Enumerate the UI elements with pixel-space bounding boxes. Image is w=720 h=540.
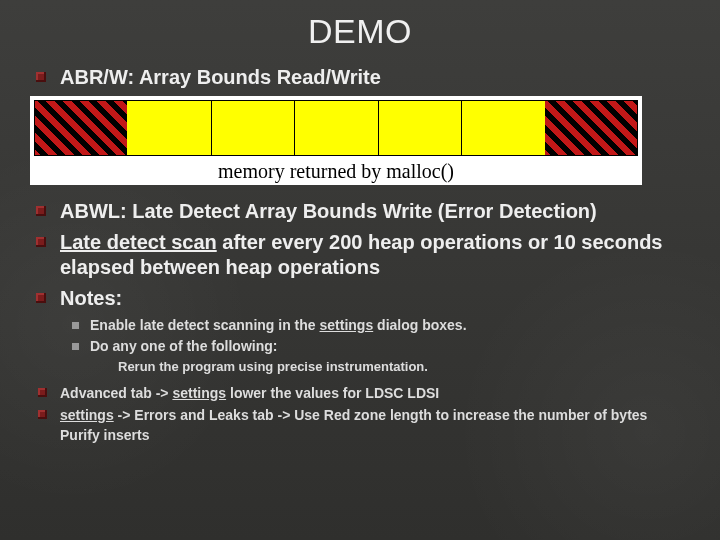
diagram-caption: memory returned by malloc() xyxy=(34,160,638,183)
bullet-list-bottom: Advanced tab -> settings lower the value… xyxy=(30,383,690,446)
note-enable-scan: Enable late detect scanning in the setti… xyxy=(90,315,690,336)
note-enable-post: dialog boxes. xyxy=(373,317,466,333)
notes-subsublist: Rerun the program using precise instrume… xyxy=(90,357,690,377)
bullet-list-main: ABWL: Late Detect Array Bounds Write (Er… xyxy=(30,199,690,377)
late-detect-underline: Late detect scan xyxy=(60,231,217,253)
bullet-late-detect: Late detect scan after every 200 heap op… xyxy=(60,230,690,280)
memory-cell xyxy=(127,101,211,155)
bullet-abwl: ABWL: Late Detect Array Bounds Write (Er… xyxy=(60,199,690,224)
bullet-redzone: settings -> Errors and Leaks tab -> Use … xyxy=(60,405,690,446)
memory-cells xyxy=(127,101,545,155)
memory-cell xyxy=(294,101,378,155)
memory-track xyxy=(34,100,638,156)
adv-post: lower the values for LDSC LDSI xyxy=(226,385,439,401)
bullet-notes: Notes: Enable late detect scanning in th… xyxy=(60,286,690,377)
notes-label: Notes: xyxy=(60,287,122,309)
settings-link: settings xyxy=(60,407,114,423)
redzone-right xyxy=(545,101,637,155)
memory-cell xyxy=(211,101,295,155)
slide: DEMO ABR/W: Array Bounds Read/Write memo… xyxy=(0,0,720,445)
bullet-list-top: ABR/W: Array Bounds Read/Write xyxy=(30,65,690,90)
bullet-abrw: ABR/W: Array Bounds Read/Write xyxy=(60,65,690,90)
bullet-advanced-tab: Advanced tab -> settings lower the value… xyxy=(60,383,690,403)
slide-title: DEMO xyxy=(30,12,690,51)
notes-sublist: Enable late detect scanning in the setti… xyxy=(60,315,690,377)
memory-diagram: memory returned by malloc() xyxy=(30,96,642,185)
note-do-any: Do any one of the following: Rerun the p… xyxy=(90,336,690,377)
note-do-any-text: Do any one of the following: xyxy=(90,338,277,354)
note-rerun: Rerun the program using precise instrume… xyxy=(118,357,690,377)
note-enable-pre: Enable late detect scanning in the xyxy=(90,317,320,333)
memory-cell xyxy=(378,101,462,155)
settings-link: settings xyxy=(172,385,226,401)
memory-cell xyxy=(461,101,545,155)
redzone-left xyxy=(35,101,127,155)
adv-pre: Advanced tab -> xyxy=(60,385,172,401)
redzone-post: -> Errors and Leaks tab -> Use Red zone … xyxy=(60,407,647,443)
settings-link: settings xyxy=(320,317,374,333)
